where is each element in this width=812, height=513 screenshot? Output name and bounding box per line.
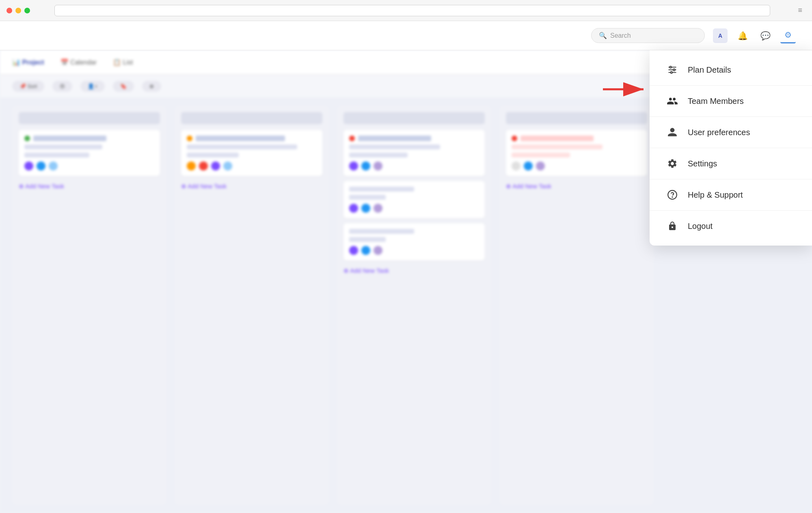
hamburger-button[interactable]: ≡ bbox=[795, 4, 806, 16]
help-icon bbox=[666, 188, 679, 201]
close-button[interactable] bbox=[6, 8, 12, 13]
notification-button[interactable]: 🔔 bbox=[735, 28, 750, 43]
address-bar[interactable] bbox=[54, 5, 770, 16]
minimize-button[interactable] bbox=[15, 8, 21, 13]
svg-point-5 bbox=[671, 71, 672, 73]
search-icon: 🔍 bbox=[599, 32, 607, 39]
maximize-button[interactable] bbox=[24, 8, 30, 13]
menu-item-team-members[interactable]: Team Members bbox=[650, 86, 812, 117]
lock-icon bbox=[666, 220, 679, 233]
arrow-annotation bbox=[603, 79, 652, 99]
menu-item-logout[interactable]: Logout bbox=[650, 211, 812, 241]
app-header: 🔍 Search A 🔔 💬 ⚙ bbox=[0, 21, 812, 50]
chat-button[interactable]: 💬 bbox=[758, 28, 773, 43]
svg-point-3 bbox=[670, 66, 672, 68]
settings-icon bbox=[666, 157, 679, 170]
settings-button[interactable]: ⚙ bbox=[780, 28, 796, 43]
help-support-label: Help & Support bbox=[688, 190, 743, 200]
search-bar[interactable]: 🔍 Search bbox=[591, 28, 705, 43]
menu-item-user-preferences[interactable]: User preferences bbox=[650, 117, 812, 148]
header-icons: A 🔔 💬 ⚙ bbox=[713, 28, 796, 43]
logout-label: Logout bbox=[688, 222, 713, 231]
users-icon bbox=[666, 95, 679, 108]
window-controls bbox=[6, 8, 30, 13]
bell-icon: 🔔 bbox=[738, 31, 748, 41]
dropdown-menu: Plan Details Team Members User preferenc… bbox=[650, 50, 812, 246]
chat-icon: 💬 bbox=[760, 31, 771, 41]
user-preferences-label: User preferences bbox=[688, 128, 750, 137]
language-icon[interactable]: A bbox=[713, 28, 728, 43]
titlebar: ≡ bbox=[0, 0, 812, 21]
sliders-icon bbox=[666, 63, 679, 76]
menu-item-plan-details[interactable]: Plan Details bbox=[650, 54, 812, 86]
menu-item-help-support[interactable]: Help & Support bbox=[650, 179, 812, 211]
menu-item-settings[interactable]: Settings bbox=[650, 148, 812, 179]
svg-point-4 bbox=[673, 69, 675, 71]
user-icon bbox=[666, 126, 679, 139]
arrow-svg bbox=[603, 79, 652, 99]
settings-label: Settings bbox=[688, 159, 717, 168]
gear-icon: ⚙ bbox=[784, 30, 792, 40]
search-label: Search bbox=[610, 32, 631, 39]
plan-details-label: Plan Details bbox=[688, 65, 731, 75]
team-members-label: Team Members bbox=[688, 97, 744, 106]
